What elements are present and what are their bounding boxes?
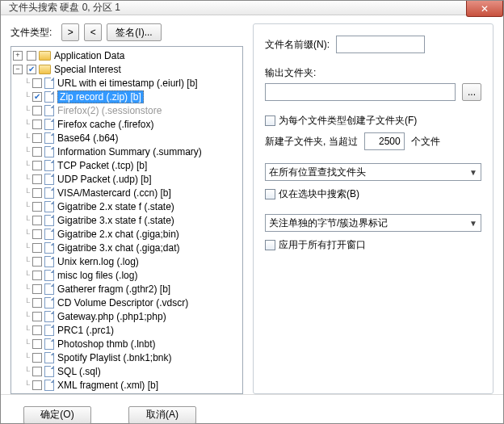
tree-checkbox[interactable] [32,120,42,129]
tree-branch: └ [24,133,28,142]
tree-checkbox[interactable] [32,106,42,115]
tree-checkbox[interactable] [32,216,42,225]
tree-item-label: Gigatribe 3.x state f (.state) [57,215,174,226]
tree-checkbox[interactable] [32,271,42,280]
tree-row[interactable]: └Gigatribe 3.x chat (.giga;dat) [11,241,242,254]
block-only-checkbox[interactable] [265,189,275,199]
tree-checkbox[interactable] [32,161,42,170]
tree-checkbox[interactable] [32,257,42,267]
tree-item-label: URL with ei timestamp (.eiurl) [b] [57,78,198,89]
tree-checkbox[interactable] [32,174,42,184]
prev-button[interactable]: < [84,23,102,41]
tree-item-label: Application Data [54,50,124,61]
tree-checkbox[interactable] [32,229,42,239]
tree-checkbox[interactable] [32,133,42,143]
cancel-button[interactable]: 取消(A) [128,406,196,424]
tree-checkbox[interactable] [32,353,42,363]
tree-row[interactable]: └VISA/Mastercard (.ccn) [b] [11,186,242,199]
tree-row[interactable]: └Spotify Playlist (.bnk1;bnk) [11,351,242,364]
tree-row[interactable]: └SQL (.sql) [11,364,242,378]
tree-row[interactable]: └Unix kern.log (.log) [11,254,242,268]
tree-row[interactable]: └Firefox(2) (.sessionstore [11,103,242,117]
tree-row[interactable]: └CD Volume Descriptor (.vdscr) [11,296,242,309]
tree-checkbox[interactable] [32,367,42,376]
outdir-label: 输出文件夹: [265,66,481,80]
browse-button[interactable]: ... [462,83,481,101]
tree-checkbox[interactable] [32,188,42,198]
boundary-select[interactable]: 关注单独的字节/簇边界标记 ▼ [265,214,481,232]
tree-checkbox[interactable] [32,380,42,390]
tree-row[interactable]: └Information Summary (.summary) [11,145,242,158]
outdir-input[interactable] [265,83,456,101]
subfolder-label: 为每个文件类型创建子文件夹(F) [279,114,417,128]
tree-checkbox[interactable] [32,298,42,308]
prefix-label: 文件名前缀(N): [265,38,330,52]
tree-branch: └ [24,188,28,197]
boundary-value: 关注单独的字节/簇边界标记 [269,216,388,230]
tree-branch: └ [24,271,28,279]
signature-button[interactable]: 签名(I)... [107,23,161,41]
tree-branch: └ [24,380,28,389]
tree-item-label: Base64 (.b64) [57,132,118,144]
tree-branch: └ [24,339,28,348]
expand-icon[interactable]: + [13,51,23,61]
tree-checkbox[interactable]: ✔ [27,65,36,74]
block-only-label: 仅在选块中搜索(B) [279,187,359,201]
tree-row[interactable]: └Photoshop thmb (.lnbt) [11,337,242,351]
tree-item-label: Photoshop thmb (.lnbt) [57,338,155,350]
tree-item-label: SQL (.sql) [57,366,101,377]
tree-row[interactable]: └Firefox cache (.firefox) [11,117,242,131]
tree-branch: └ [24,120,28,128]
tree-row[interactable]: └Gigatribe 3.x state f (.state) [11,213,242,227]
tree-checkbox[interactable] [32,284,42,294]
tree-branch: └ [24,92,28,101]
tree-row[interactable]: └PRC1 (.prc1) [11,323,242,337]
tree-row[interactable]: └Gigatribe 2.x state f (.state) [11,199,242,213]
tree-checkbox[interactable] [32,243,42,253]
left-pane: 文件类型: > < 签名(I)... +Application Data−✔Sp… [10,23,243,394]
tree-row[interactable]: +Application Data [11,48,242,62]
tree-checkbox[interactable] [32,312,42,321]
tree-checkbox[interactable] [32,147,42,157]
tree-checkbox[interactable] [32,339,42,349]
tree-item-label: Gigatribe 3.x chat (.giga;dat) [57,242,179,254]
tree-item-label: Zip record (.zip) [b] [57,90,144,103]
close-button[interactable]: ✕ [466,1,503,17]
tree-item-label: Unix kern.log (.log) [57,256,139,267]
apply-all-checkbox[interactable] [265,240,275,250]
tree-row[interactable]: └misc log files (.log) [11,268,242,282]
tree-row[interactable]: └UDP Packet (.udp) [b] [11,172,242,186]
tree-branch: └ [24,106,28,115]
tree-item-label: UDP Packet (.udp) [b] [57,174,152,185]
tree-checkbox[interactable] [32,78,42,88]
tree-item-label: misc log files (.log) [57,270,137,281]
tree-row[interactable]: └XML fragment (.xml) [b] [11,378,242,392]
tree-row[interactable]: └URL with ei timestamp (.eiurl) [b] [11,76,242,90]
subfolder-checkbox[interactable] [265,115,275,126]
collapse-icon[interactable]: − [13,65,23,74]
tree-branch: └ [24,325,28,334]
search-scope-select[interactable]: 在所有位置查找文件头 ▼ [265,163,481,181]
tree-row[interactable]: └Gatherer fragm (.gthr2) [b] [11,282,242,296]
filetype-tree[interactable]: +Application Data−✔Special Interest└URL … [10,46,243,394]
tree-row[interactable]: └Base64 (.b64) [11,131,242,145]
tree-row[interactable]: −✔Special Interest [11,62,242,76]
tree-checkbox[interactable] [27,51,36,61]
tree-row[interactable]: └TCP Packet (.tcp) [b] [11,158,242,172]
next-button[interactable]: > [61,23,79,41]
tree-row[interactable]: └Gateway.php (.php1;php) [11,309,242,323]
newfolder-count-input[interactable] [364,132,405,150]
file-icon [44,297,54,309]
prefix-input[interactable] [336,36,425,53]
ok-button[interactable]: 确定(O) [23,406,91,424]
tree-checkbox[interactable] [32,325,42,335]
dialog-window: 文件头搜索 硬盘 0, 分区 1 ✕ 文件类型: > < 签名(I)... +A… [0,0,504,424]
tree-branch: └ [24,161,28,170]
tree-checkbox[interactable]: ✔ [32,92,42,102]
tree-row[interactable]: └Gigatribe 2.x chat (.giga;bin) [11,227,242,241]
tree-branch: └ [24,298,28,307]
file-icon [44,256,54,267]
tree-row[interactable]: └✔Zip record (.zip) [b] [11,90,242,103]
tree-item-label: Gigatribe 2.x chat (.giga;bin) [57,229,179,240]
tree-checkbox[interactable] [32,202,42,212]
